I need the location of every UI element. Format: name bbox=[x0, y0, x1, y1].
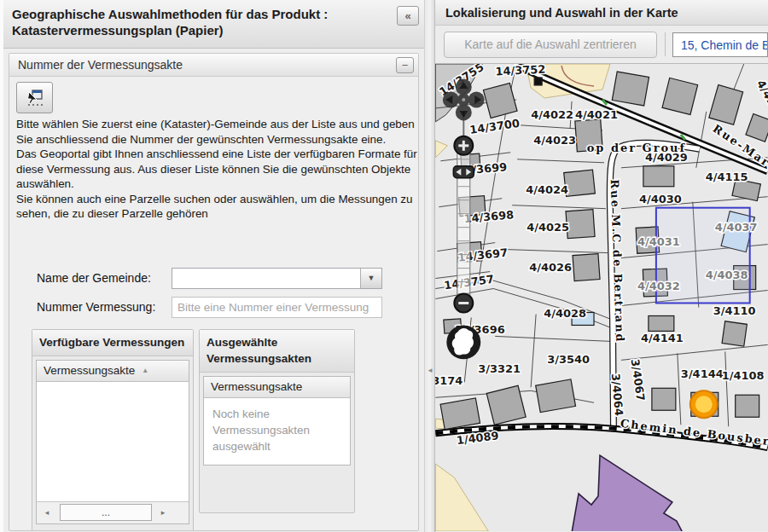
map-canvas[interactable]: 14/375214/375514/37004/40224/40214/40234… bbox=[435, 64, 768, 531]
parcel-label: 4/4037 bbox=[715, 221, 758, 234]
full-extent-luxembourg-button[interactable] bbox=[446, 325, 480, 359]
pager-prev-icon[interactable]: ◂ bbox=[41, 508, 53, 517]
vermessungsakte-section: Nummer der Vermessungsakte − bbox=[9, 53, 419, 531]
street-label: op der Grouf bbox=[587, 142, 686, 154]
selected-column-header: Vermessungsakte bbox=[204, 377, 350, 398]
parcel-label: 3174 bbox=[435, 374, 463, 387]
map-panel-title: Lokalisierung und Auswahl in der Karte bbox=[445, 6, 678, 20]
section-header: Nummer der Vermessungsakte − bbox=[9, 54, 418, 77]
parcel-label: 4/4025 bbox=[527, 221, 569, 234]
zoom-out-button[interactable] bbox=[454, 294, 473, 313]
parcel-label: 4/4030 bbox=[639, 193, 682, 205]
selected-address-field[interactable]: 15, Chemin de Bo bbox=[672, 32, 768, 57]
gemeinde-label: Name der Gemeinde: bbox=[37, 271, 172, 285]
description-paragraph: Sie können auch eine Parzelle suchen ode… bbox=[16, 192, 418, 222]
map-viewport: 14/375214/375514/37004/40224/40214/40234… bbox=[435, 64, 768, 531]
left-panel-title: Geographische Auswahlmethoden für das Pr… bbox=[12, 6, 390, 38]
parcel-label: 4/4026 bbox=[529, 261, 572, 274]
map-toolbar: Karte auf die Auswahl zentrieren 15, Che… bbox=[435, 26, 768, 64]
parcel-label: 3/4110 bbox=[713, 304, 756, 317]
vermessung-number-input[interactable] bbox=[172, 297, 382, 318]
combobox-dropdown-button[interactable]: ▼ bbox=[360, 269, 381, 288]
center-map-button[interactable]: Karte auf die Auswahl zentrieren bbox=[444, 32, 657, 58]
available-pager: ◂ ... ▸ bbox=[37, 501, 189, 523]
parcel-label: 4/4023 bbox=[533, 134, 576, 147]
geoportal-app: Geographische Auswahlmethoden für das Pr… bbox=[0, 0, 768, 532]
pager-ellipsis-box[interactable]: ... bbox=[60, 504, 152, 521]
parcel-label: 4/4021 bbox=[575, 108, 618, 121]
parcel-label: 4/4022 bbox=[531, 108, 573, 121]
gemeinde-combobox-value bbox=[172, 269, 360, 288]
column-header-label: Vermessungsakte bbox=[211, 380, 302, 393]
section-body: Bitte wählen Sie zuerst eine (Kataster)-… bbox=[9, 77, 418, 531]
toolbar-separator bbox=[665, 32, 666, 56]
selected-vermessungsakten-panel: Ausgewählte Vermessungsakten Vermessungs… bbox=[199, 329, 355, 513]
parcel-label: 3/4144 bbox=[681, 367, 724, 380]
address-marker-icon bbox=[690, 390, 718, 418]
available-panel-title: Verfügbare Vermessungen bbox=[32, 330, 193, 356]
available-column-header[interactable]: Vermessungsakte ▲ bbox=[37, 361, 189, 382]
left-panel-header: Geographische Auswahlmethoden für das Pr… bbox=[3, 0, 424, 49]
parcel-label: 4/4141 bbox=[641, 332, 684, 344]
parcel-label: 3/3540 bbox=[547, 353, 590, 366]
panel-splitter[interactable]: ◄ bbox=[424, 0, 435, 532]
parcel-label: 4/4038 bbox=[706, 269, 748, 281]
collapse-panel-button[interactable]: « bbox=[397, 6, 419, 26]
select-on-map-tool-button[interactable] bbox=[16, 82, 53, 113]
selected-grid: Vermessungsakte Noch keine Vermessungsak… bbox=[203, 376, 351, 466]
zoom-in-button[interactable] bbox=[454, 136, 473, 155]
map-select-cursor-icon bbox=[25, 89, 45, 107]
parcel-label: 1/4108 bbox=[722, 369, 765, 382]
selected-empty-message: Noch keine Vermessungsakten ausgewählt bbox=[204, 398, 350, 465]
zoom-slider-handle[interactable] bbox=[453, 166, 474, 178]
vermessungen-lists: Verfügbare Vermessungen Vermessungsakte … bbox=[32, 329, 413, 532]
available-list[interactable] bbox=[37, 382, 189, 501]
pager-next-icon[interactable]: ▸ bbox=[157, 508, 169, 517]
parcel-label: 4/4115 bbox=[706, 171, 748, 183]
selection-methods-panel: Geographische Auswahlmethoden für das Pr… bbox=[3, 0, 424, 532]
description-paragraph: Bitte wählen Sie zuerst eine (Kataster)-… bbox=[16, 117, 418, 147]
search-form: Name der Gemeinde: ▼ Nummer Vermessung: bbox=[15, 268, 413, 318]
parcel-label: 4/4032 bbox=[637, 280, 680, 292]
splitter-collapse-icon[interactable]: ◄ bbox=[427, 367, 433, 374]
sort-ascending-icon: ▲ bbox=[142, 367, 148, 374]
description-paragraph: Das Geoportal gibt Ihnen anschliessend e… bbox=[16, 147, 418, 192]
chevron-down-icon: ▼ bbox=[368, 274, 375, 282]
collapse-left-icon: « bbox=[404, 9, 410, 22]
parcel-label: 4/4028 bbox=[544, 307, 586, 320]
map-panel-header: Lokalisierung und Auswahl in der Karte bbox=[435, 0, 768, 26]
section-title: Nummer der Vermessungsakte bbox=[18, 58, 183, 72]
parcel-label: 4/4031 bbox=[637, 235, 680, 248]
available-grid: Vermessungsakte ▲ ◂ ... ▸ bbox=[36, 360, 189, 524]
parcel-label: 3/3321 bbox=[478, 362, 521, 375]
column-header-label: Vermessungsakte bbox=[44, 364, 135, 377]
selected-panel-title: Ausgewählte Vermessungsakten bbox=[200, 330, 354, 373]
available-vermessungen-panel: Verfügbare Vermessungen Vermessungsakte … bbox=[32, 329, 194, 532]
parcel-label: 4/4024 bbox=[526, 183, 568, 196]
section-description: Bitte wählen Sie zuerst eine (Kataster)-… bbox=[16, 117, 418, 222]
minus-icon: − bbox=[402, 59, 409, 72]
gemeinde-combobox[interactable]: ▼ bbox=[172, 268, 382, 289]
vermessung-label: Nummer Vermessung: bbox=[37, 300, 172, 314]
map-panel: Lokalisierung und Auswahl in der Karte K… bbox=[435, 0, 768, 532]
minimize-section-button[interactable]: − bbox=[396, 57, 414, 73]
